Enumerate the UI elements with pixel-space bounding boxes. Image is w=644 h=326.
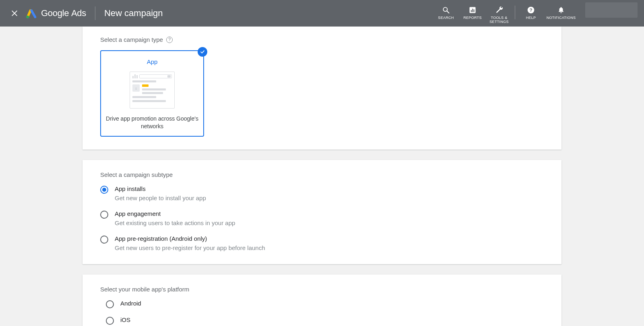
account-switcher[interactable]	[585, 2, 638, 18]
radio-option-app-installs[interactable]: App installs Get new people to install y…	[100, 185, 544, 201]
help-circle-icon[interactable]: ?	[166, 37, 173, 43]
radio-title: App pre-registration (Android only)	[115, 235, 265, 242]
tool-label: HELP	[526, 16, 536, 20]
tool-notifications[interactable]: NOTIFICATIONS	[544, 2, 578, 24]
card-campaign-subtype: Select a campaign subtype App installs G…	[83, 160, 561, 264]
tool-search[interactable]: SEARCH	[433, 2, 459, 24]
check-icon	[200, 49, 205, 55]
radio-desc: Get new users to pre-register for your a…	[115, 244, 265, 251]
radio-icon	[100, 236, 108, 244]
card-campaign-type: Select a campaign type ? App ↓	[83, 27, 561, 150]
search-icon	[442, 6, 450, 14]
content: Select a campaign type ? App ↓	[83, 27, 561, 326]
tool-tools-settings[interactable]: TOOLS & SETTINGS	[486, 2, 512, 24]
radio-title: App engagement	[115, 210, 235, 217]
tool-help[interactable]: ? HELP	[518, 2, 544, 24]
reports-icon	[469, 6, 477, 14]
tool-reports[interactable]: REPORTS	[459, 2, 486, 24]
radio-title: iOS	[120, 316, 130, 323]
section-label-text: Select your mobile app's platform	[100, 286, 189, 293]
campaign-type-title: App	[105, 58, 199, 65]
radio-option-app-engagement[interactable]: App engagement Get existing users to tak…	[100, 210, 544, 226]
tool-label: SEARCH	[438, 16, 454, 20]
radio-title: Android	[120, 300, 141, 307]
tool-label: NOTIFICATIONS	[547, 16, 576, 20]
page-title: New campaign	[104, 8, 163, 18]
section-label-text: Select a campaign type	[100, 36, 163, 43]
header-divider	[95, 6, 95, 20]
radio-option-ios[interactable]: iOS	[106, 316, 544, 325]
tool-label: TOOLS & SETTINGS	[489, 16, 508, 24]
selected-check-badge	[198, 47, 207, 57]
svg-point-2	[26, 16, 29, 18]
radio-desc: Get new people to install your app	[115, 195, 206, 201]
platform-radio-group: Android iOS	[100, 300, 544, 325]
svg-text:?: ?	[529, 7, 532, 12]
radio-icon	[100, 186, 108, 194]
radio-option-app-preregistration[interactable]: App pre-registration (Android only) Get …	[100, 235, 544, 251]
svg-rect-8	[474, 9, 475, 12]
campaign-type-option-app[interactable]: App ↓ Drive app promotio	[100, 50, 204, 137]
help-icon: ?	[527, 6, 535, 14]
subtype-radio-group: App installs Get new people to install y…	[100, 185, 544, 251]
close-icon	[10, 9, 19, 17]
close-button[interactable]	[6, 5, 23, 21]
wrench-icon	[495, 6, 504, 14]
campaign-type-illustration: ↓	[130, 72, 175, 109]
bell-icon	[557, 6, 565, 14]
header-tools: SEARCH REPORTS TOOLS & SETTINGS ? HELP N	[433, 2, 638, 24]
section-label-text: Select a campaign subtype	[100, 171, 173, 178]
radio-option-android[interactable]: Android	[106, 300, 544, 308]
tool-label: REPORTS	[463, 16, 481, 20]
campaign-type-desc: Drive app promotion across Google's netw…	[105, 115, 199, 130]
section-label-platform: Select your mobile app's platform	[100, 286, 544, 293]
radio-title: App installs	[115, 185, 206, 192]
radio-desc: Get existing users to take actions in yo…	[115, 219, 235, 226]
card-platform: Select your mobile app's platform Androi…	[83, 275, 561, 326]
brand-text: Google Ads	[41, 8, 86, 18]
radio-icon	[106, 317, 114, 325]
section-label-campaign-type: Select a campaign type ?	[100, 36, 544, 43]
section-label-subtype: Select a campaign subtype	[100, 171, 544, 178]
tools-divider	[515, 6, 515, 19]
svg-rect-6	[471, 10, 472, 12]
google-ads-logo-icon	[26, 8, 37, 19]
radio-icon	[100, 211, 108, 219]
svg-line-4	[447, 11, 449, 13]
svg-point-3	[443, 7, 447, 11]
app-header: Google Ads New campaign SEARCH REPORTS T…	[0, 0, 644, 27]
svg-rect-7	[472, 9, 473, 12]
radio-icon	[106, 300, 114, 308]
brand-logo: Google Ads	[26, 8, 86, 19]
